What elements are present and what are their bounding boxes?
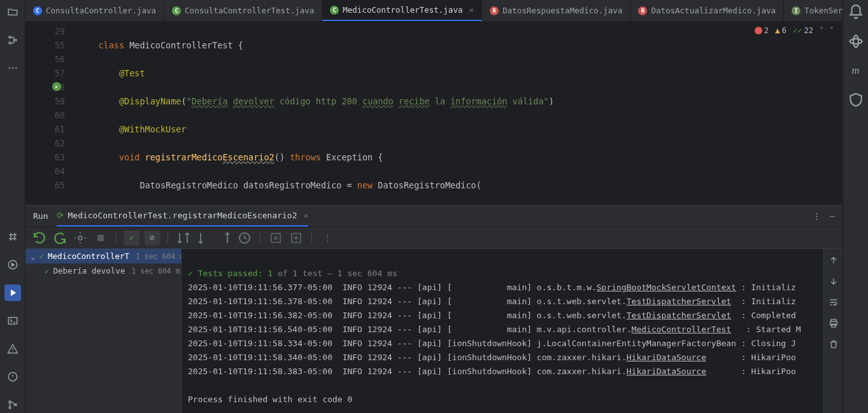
tab-label: MedicoControllerTest.java bbox=[343, 5, 462, 15]
notifications-icon[interactable] bbox=[848, 4, 864, 20]
run-panel-header: Run ⟳ MedicoControllerTest.registrarMedi… bbox=[25, 206, 843, 227]
svg-point-9 bbox=[9, 401, 11, 403]
run-panel: Run ⟳ MedicoControllerTest.registrarMedi… bbox=[25, 205, 843, 413]
chevron-down-icon: ⌄ bbox=[31, 251, 36, 261]
svg-point-16 bbox=[274, 237, 277, 239]
svg-rect-15 bbox=[271, 234, 280, 242]
test-class-name: MedicoControllerT bbox=[48, 251, 129, 261]
scroll-up-icon[interactable] bbox=[829, 255, 839, 267]
interface-icon: I bbox=[792, 6, 800, 15]
error-indicator[interactable]: 2 bbox=[755, 26, 769, 35]
console-wrapper: ✓ Tests passed: 1 of 1 test – 1 sec 604 … bbox=[181, 249, 843, 413]
ok-indicator[interactable]: ✓✓22 bbox=[793, 26, 813, 35]
right-activity-bar: m bbox=[843, 0, 868, 413]
test-class-icon: C bbox=[330, 6, 339, 15]
console-side-toolbar bbox=[823, 249, 843, 413]
check-icon: ✓ bbox=[39, 251, 45, 261]
toggle-auto-test-button[interactable] bbox=[73, 230, 88, 246]
tab-label: TokenSer bbox=[804, 6, 843, 15]
rerun-failed-button[interactable] bbox=[52, 230, 68, 246]
minimize-icon[interactable]: — bbox=[830, 211, 835, 221]
ai-icon[interactable] bbox=[848, 33, 864, 50]
svg-point-0 bbox=[9, 36, 11, 38]
warning-indicator[interactable]: ▲6 bbox=[775, 25, 786, 35]
run-title: Run bbox=[33, 211, 48, 221]
svg-point-10 bbox=[9, 407, 11, 409]
inspection-indicators[interactable]: 2 ▲6 ✓✓22 ˄ ˅ bbox=[755, 25, 834, 35]
record-icon: R bbox=[490, 6, 499, 15]
test-console[interactable]: ✓ Tests passed: 1 of 1 test – 1 sec 604 … bbox=[181, 249, 823, 413]
svg-point-2 bbox=[15, 39, 17, 41]
test-class-icon: C bbox=[172, 6, 181, 15]
vcs-icon[interactable] bbox=[4, 396, 21, 413]
svg-rect-7 bbox=[8, 318, 17, 325]
run-toolbar: ✓ ⊘ ⋮ bbox=[25, 227, 843, 249]
structure-icon[interactable] bbox=[4, 32, 21, 48]
test-tree-root[interactable]: ⌄ ✓ MedicoControllerT 1 sec 604 ms bbox=[25, 249, 181, 263]
svg-rect-13 bbox=[97, 235, 104, 241]
maven-icon[interactable]: m bbox=[848, 62, 864, 79]
editor: 2 ▲6 ✓✓22 ˄ ˅ 29 55 56 57 ▸58 59 60 61 6… bbox=[25, 22, 843, 205]
show-passed-button[interactable]: ✓ bbox=[124, 230, 139, 246]
export-button[interactable] bbox=[288, 230, 304, 246]
sort-button[interactable] bbox=[176, 230, 191, 246]
svg-point-12 bbox=[78, 236, 82, 240]
check-icon: ✓ bbox=[188, 269, 198, 278]
tab-datosrespuestamedico[interactable]: R DatosRespuestaMedico.java bbox=[482, 0, 630, 21]
run-gutter-icon[interactable]: ▸ bbox=[52, 82, 61, 91]
scroll-down-icon[interactable] bbox=[829, 276, 839, 288]
build-icon[interactable] bbox=[4, 228, 21, 245]
svg-point-4 bbox=[11, 67, 13, 69]
test-name: Debería devolve bbox=[53, 266, 125, 276]
collapse-all-button[interactable] bbox=[217, 230, 232, 246]
svg-point-3 bbox=[8, 67, 10, 69]
svg-point-5 bbox=[15, 67, 17, 69]
tab-label: ConsultaController.java bbox=[46, 6, 156, 15]
tab-consultacontroller[interactable]: C ConsultaController.java bbox=[25, 0, 164, 21]
clear-icon[interactable] bbox=[829, 339, 839, 351]
tab-medicocontrollertest[interactable]: C MedicoControllerTest.java × bbox=[322, 0, 482, 21]
toolbar-more-icon[interactable]: ⋮ bbox=[320, 230, 335, 246]
main-column: C ConsultaController.java C ConsultaCont… bbox=[25, 0, 843, 413]
problems-icon[interactable] bbox=[4, 340, 21, 357]
svg-point-1 bbox=[9, 42, 11, 44]
tab-datosactualizarmedico[interactable]: R DatosActualizarMedico.java bbox=[630, 0, 784, 21]
shield-icon[interactable] bbox=[848, 92, 864, 108]
class-icon: C bbox=[33, 6, 42, 15]
terminal-icon[interactable] bbox=[4, 312, 21, 329]
line-gutter: 29 55 56 57 ▸58 59 60 61 62 63 64 65 bbox=[25, 22, 83, 205]
test-duration: 1 sec 604 ms bbox=[133, 252, 181, 261]
editor-tabs: C ConsultaController.java C ConsultaCont… bbox=[25, 0, 843, 22]
chevron-down-icon[interactable]: ˅ bbox=[830, 26, 834, 35]
project-icon[interactable] bbox=[4, 4, 21, 20]
rerun-button[interactable] bbox=[32, 230, 47, 246]
test-tree: ⌄ ✓ MedicoControllerT 1 sec 604 ms ✓ Deb… bbox=[25, 249, 181, 413]
stop-button[interactable] bbox=[93, 230, 108, 246]
tab-label: DatosRespuestaMedico.java bbox=[502, 6, 622, 15]
run-tool-icon[interactable] bbox=[4, 284, 21, 301]
run-config-icon: ⟳ bbox=[57, 211, 64, 220]
history-button[interactable] bbox=[237, 230, 252, 246]
chevron-up-icon[interactable]: ˄ bbox=[820, 26, 823, 35]
code-area[interactable]: class MedicoControllerTest { @Test @Disp… bbox=[83, 22, 843, 205]
test-tree-item[interactable]: ✓ Debería devolve 1 sec 604 ms bbox=[25, 263, 181, 278]
expand-all-button[interactable] bbox=[196, 230, 211, 246]
print-icon[interactable] bbox=[829, 318, 839, 330]
more-icon[interactable] bbox=[4, 60, 21, 76]
tab-label: DatosActualizarMedico.java bbox=[651, 6, 776, 15]
tab-tokenservice[interactable]: I TokenSer bbox=[784, 0, 843, 21]
run-config-label: MedicoControllerTest.registrarMedicoEsce… bbox=[68, 211, 297, 220]
show-ignored-button[interactable]: ⊘ bbox=[145, 230, 160, 246]
left-activity-bar bbox=[0, 0, 25, 413]
soft-wrap-icon[interactable] bbox=[829, 297, 839, 309]
run-options-icon[interactable]: ⋮ bbox=[813, 211, 821, 221]
event-log-icon[interactable] bbox=[4, 368, 21, 385]
run-config-tab[interactable]: ⟳ MedicoControllerTest.registrarMedicoEs… bbox=[57, 206, 308, 227]
close-icon[interactable]: × bbox=[304, 211, 309, 220]
tab-label: ConsultaControllerTest.java bbox=[185, 6, 314, 15]
test-duration: 1 sec 604 ms bbox=[129, 267, 181, 276]
import-button[interactable] bbox=[268, 230, 283, 246]
tab-consultacontrollertest[interactable]: C ConsultaControllerTest.java bbox=[164, 0, 322, 21]
close-icon[interactable]: × bbox=[469, 5, 474, 15]
services-icon[interactable] bbox=[4, 256, 21, 273]
